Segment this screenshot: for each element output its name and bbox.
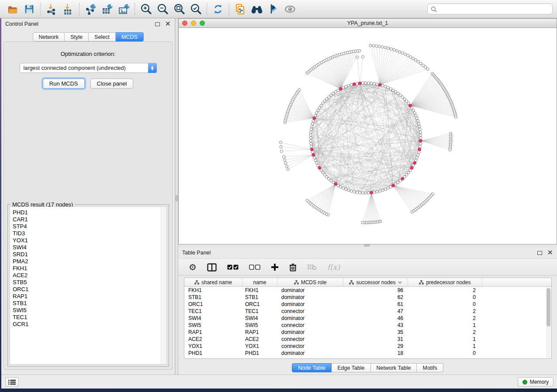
zoom-in-icon[interactable] xyxy=(138,2,154,17)
table-cell[interactable]: TEC1 xyxy=(242,308,277,314)
table-cell[interactable]: ACE2 xyxy=(184,336,242,342)
table-cell[interactable]: PHD1 xyxy=(242,350,277,356)
table-cell[interactable]: ACE2 xyxy=(242,336,277,342)
scrollbar-thumb[interactable] xyxy=(547,288,550,327)
mcds-list-scrollbar[interactable] xyxy=(161,207,166,364)
network-graph[interactable] xyxy=(179,28,557,244)
table-row[interactable]: YOX1YOX1connector291 xyxy=(184,343,551,350)
table-cell[interactable]: dominator xyxy=(277,287,343,293)
mcds-result-item[interactable]: GCR1 xyxy=(10,321,166,328)
vertical-splitter[interactable] xyxy=(175,18,178,375)
table-cell[interactable]: RAP1 xyxy=(184,329,242,335)
memory-button[interactable]: Memory xyxy=(518,377,554,387)
table-cell[interactable]: 1 xyxy=(408,322,482,328)
table-cell[interactable]: 0 xyxy=(408,301,482,307)
table-cell[interactable]: 46 xyxy=(343,315,408,321)
delete-column-icon[interactable] xyxy=(289,262,297,272)
table-cell[interactable]: 61 xyxy=(343,301,408,307)
clone-network-icon[interactable] xyxy=(232,2,249,17)
table-cell[interactable]: SWI5 xyxy=(184,322,242,328)
table-cell[interactable]: 31 xyxy=(343,336,408,342)
add-column-icon[interactable] xyxy=(271,262,279,272)
show-hide-eye-icon[interactable] xyxy=(282,2,298,17)
mcds-result-item[interactable]: TID3 xyxy=(10,230,166,237)
split-panel-icon[interactable] xyxy=(207,262,217,272)
mcds-result-item[interactable]: ACE2 xyxy=(10,272,166,279)
refresh-icon[interactable] xyxy=(210,2,226,17)
export-table-icon[interactable] xyxy=(99,2,115,17)
mcds-result-item[interactable]: YOX1 xyxy=(10,237,166,244)
mcds-result-item[interactable]: STB5 xyxy=(10,279,166,286)
mcds-result-item[interactable]: SWI5 xyxy=(10,307,166,314)
binoculars-icon[interactable] xyxy=(249,2,265,17)
table-cell[interactable]: YOX1 xyxy=(242,343,277,349)
table-cell[interactable]: 96 xyxy=(343,287,408,293)
table-cell[interactable]: 1 xyxy=(408,336,482,342)
table-cell[interactable]: RAP1 xyxy=(242,329,277,335)
criterion-dropdown[interactable]: largest connected component (undirected)… xyxy=(20,63,157,73)
column-header-predecessor-nodes[interactable]: predecessor nodes xyxy=(408,278,482,286)
task-history-button[interactable] xyxy=(5,377,19,387)
deselect-all-icon[interactable] xyxy=(249,262,260,272)
import-table-icon[interactable] xyxy=(60,2,76,17)
table-cell[interactable]: ORC1 xyxy=(242,301,277,307)
table-cell[interactable]: SWI5 xyxy=(242,322,277,328)
open-file-icon[interactable] xyxy=(4,2,21,17)
splitter-grip[interactable] xyxy=(364,244,370,247)
table-cell[interactable]: STB1 xyxy=(184,294,242,300)
mcds-result-item[interactable]: SWI4 xyxy=(10,244,166,251)
table-cell[interactable]: dominator xyxy=(277,294,343,300)
table-cell[interactable]: FKH1 xyxy=(184,287,242,293)
table-cell[interactable]: dominator xyxy=(277,315,343,321)
table-cell[interactable]: ORC1 xyxy=(184,301,242,307)
column-header-shared-name[interactable]: shared name xyxy=(184,278,242,286)
search-input[interactable] xyxy=(439,6,549,12)
tab-select[interactable]: Select xyxy=(89,32,116,41)
table-cell[interactable]: 1 xyxy=(408,343,482,349)
table-cell[interactable]: connector xyxy=(277,343,343,349)
tab-mcds[interactable]: MCDS xyxy=(116,32,144,41)
network-canvas[interactable] xyxy=(178,28,557,244)
table-row[interactable]: FKH1FKH1dominator962 xyxy=(184,287,551,294)
table-cell[interactable]: dominator xyxy=(277,301,343,307)
float-panel-icon[interactable] xyxy=(537,251,542,255)
table-cell[interactable]: connector xyxy=(277,336,343,342)
table-cell[interactable]: 2 xyxy=(408,287,482,293)
mcds-result-item[interactable]: PMA2 xyxy=(10,258,166,265)
tab-node-table[interactable]: Node Table xyxy=(292,363,332,372)
table-settings-icon[interactable]: ⚙ xyxy=(189,262,197,272)
table-cell[interactable]: 35 xyxy=(343,329,408,335)
table-cell[interactable]: STB1 xyxy=(242,294,277,300)
mcds-result-item[interactable]: FKH1 xyxy=(10,265,166,272)
table-row[interactable]: SWI5SWI5connector431 xyxy=(184,322,551,329)
mcds-result-item[interactable]: ORC1 xyxy=(10,286,166,293)
table-row[interactable]: RAP1RAP1dominator352 xyxy=(184,329,551,336)
table-cell[interactable]: 62 xyxy=(343,294,408,300)
table-cell[interactable]: 2 xyxy=(408,315,482,321)
table-cell[interactable]: 43 xyxy=(343,322,408,328)
mcds-result-item[interactable]: RAP1 xyxy=(10,293,166,300)
mcds-result-item[interactable]: STP4 xyxy=(10,223,166,230)
table-row[interactable]: ACE2ACE2connector311 xyxy=(184,336,551,343)
tab-motifs[interactable]: Motifs xyxy=(417,363,443,372)
mcds-result-item[interactable]: CAR1 xyxy=(10,216,166,223)
table-cell[interactable]: YOX1 xyxy=(184,343,242,349)
table-cell[interactable]: 29 xyxy=(343,343,408,349)
table-cell[interactable]: 2 xyxy=(408,308,482,314)
splitter-grip[interactable] xyxy=(176,195,178,201)
table-cell[interactable]: SWI4 xyxy=(184,315,242,321)
table-cell[interactable]: SWI4 xyxy=(242,315,277,321)
import-network-icon[interactable] xyxy=(43,2,60,17)
tab-edge-table[interactable]: Edge Table xyxy=(332,363,370,372)
table-cell[interactable]: PHD1 xyxy=(184,350,242,356)
column-header-MCDS-role[interactable]: MCDS role xyxy=(277,278,343,286)
table-cell[interactable]: dominator xyxy=(277,329,343,335)
close-panel-icon[interactable]: ✕ xyxy=(165,22,171,26)
tab-network-table[interactable]: Network Table xyxy=(371,363,417,372)
zoom-selected-icon[interactable] xyxy=(187,2,204,17)
table-cell[interactable]: 47 xyxy=(343,308,408,314)
tab-network[interactable]: Network xyxy=(32,32,65,41)
table-cell[interactable]: connector xyxy=(277,308,343,314)
zoom-out-icon[interactable] xyxy=(154,2,171,17)
show-graphics-details-icon[interactable] xyxy=(265,2,282,17)
